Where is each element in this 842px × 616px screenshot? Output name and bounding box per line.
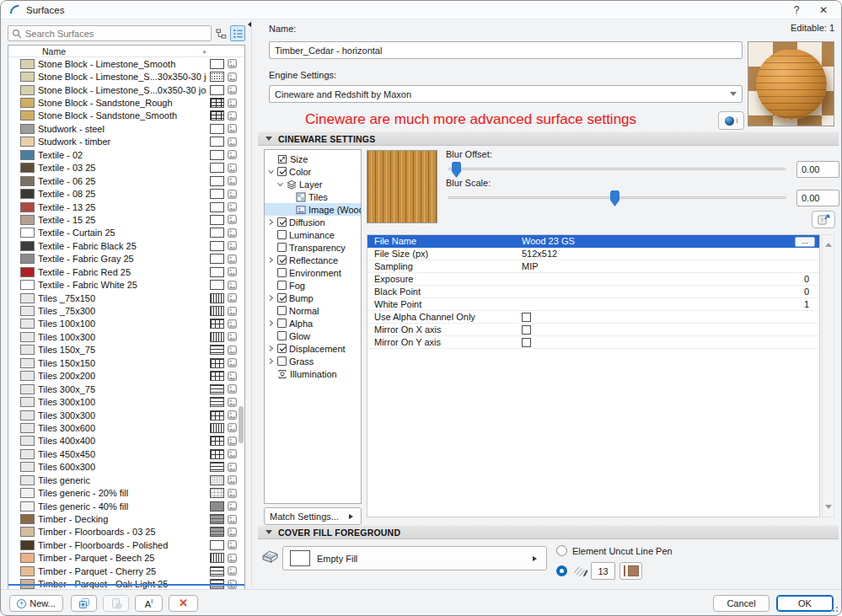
fill-type-select[interactable]: Empty Fill [282, 546, 547, 570]
tree-item-tiles[interactable]: Tiles [265, 190, 361, 203]
property-row-white-point[interactable]: White Point1 [367, 298, 819, 311]
surface-name-input[interactable] [269, 41, 743, 59]
surface-row-tiles-600x300[interactable]: Tiles 600x300 [8, 461, 244, 474]
surface-row-timber-parquet-beech-25[interactable]: Timber - Parquet - Beech 25 [8, 552, 244, 565]
surface-row-stone-block-sandstone-rough[interactable]: Stone Block - Sandstone_Rough [8, 96, 244, 109]
list-view-toggle[interactable] [230, 25, 245, 41]
surface-row-tiles-generic-40-fill[interactable]: Tiles generic - 40% fill [8, 500, 244, 512]
surface-row-tiles-75x300[interactable]: Tiles _75x300 [8, 304, 244, 317]
load-image-button[interactable] [812, 211, 835, 228]
pen-number-input[interactable] [591, 562, 615, 580]
tree-item-grass[interactable]: Grass [265, 355, 361, 367]
browse-button[interactable]: ... [795, 237, 815, 247]
tree-item-size[interactable]: Size [265, 153, 361, 165]
surface-row-tiles-300x300[interactable]: Tiles 300x300 [8, 409, 244, 421]
property-checkbox[interactable] [522, 325, 531, 335]
tree-expand-icon[interactable] [266, 294, 275, 302]
surface-row-timber-parquet-cherry-25[interactable]: Timber - Parquet - Cherry 25 [8, 565, 244, 577]
surface-row-tiles-100x100[interactable]: Tiles 100x100 [8, 318, 244, 330]
surface-row-textile-03-25[interactable]: Textile - 03 25 [8, 162, 244, 174]
surface-row-studwork-steel[interactable]: Studwork - steel [8, 122, 244, 135]
channel-checkbox[interactable] [277, 243, 287, 252]
surface-row-tiles-100x300[interactable]: Tiles 100x300 [8, 330, 244, 343]
property-row-mirror-on-y-axis[interactable]: Mirror On Y axis [367, 336, 819, 349]
duplicate-button[interactable] [71, 595, 97, 612]
engine-settings-select[interactable]: Cineware and Redshift by Maxon [269, 85, 743, 103]
cancel-button[interactable]: Cancel [713, 595, 770, 612]
scroll-up-icon[interactable] [825, 239, 832, 247]
channel-checkbox[interactable] [277, 331, 287, 340]
tree-expand-icon[interactable] [266, 218, 275, 226]
close-button[interactable]: ✕ [811, 2, 836, 19]
match-settings-button[interactable]: Match Settings... [264, 507, 362, 525]
surface-row-timber-floorboards-03-25[interactable]: Timber - Floorboards - 03 25 [8, 526, 244, 538]
search-input[interactable] [25, 26, 209, 40]
channel-checkbox[interactable] [277, 344, 287, 353]
tree-expand-icon[interactable] [276, 180, 284, 188]
property-row-file-name[interactable]: File NameWood 23 GS... [367, 235, 819, 248]
surface-row-stone-block-limestone-s-30x350-30-joint-half-bond[interactable]: Stone Block - Limestone_S...30x350-30 jo… [8, 70, 244, 83]
property-row-use-alpha-channel-only[interactable]: Use Alpha Channel Only [367, 311, 819, 324]
tree-item-fog[interactable]: Fog [265, 279, 361, 292]
rename-button[interactable]: AI [135, 595, 163, 612]
property-row-exposure[interactable]: Exposure0 [367, 273, 819, 286]
tree-item-environment[interactable]: Environment [265, 266, 361, 279]
channel-checkbox[interactable] [277, 167, 287, 176]
element-uncut-pen-option[interactable]: Element Uncut Line Pen [556, 545, 673, 556]
list-header[interactable]: Name ▲ [8, 46, 244, 57]
surface-row-stone-block-limestone-s-0x350-30-joint-third-bond[interactable]: Stone Block - Limestone_S...0x350-30 joi… [8, 83, 244, 96]
surface-row-textile-06-25[interactable]: Textile - 06 25 [8, 174, 244, 187]
preview-info-button[interactable]: i [718, 111, 744, 130]
table-scrollbar[interactable] [822, 234, 834, 517]
blur-scale-value[interactable] [796, 190, 839, 206]
surface-row-stone-block-limestone-smooth[interactable]: Stone Block - Limestone_Smooth [8, 57, 244, 70]
surface-row-tiles-150x150[interactable]: Tiles 150x150 [8, 356, 244, 369]
surface-row-textile-fabric-white-25[interactable]: Textile - Fabric White 25 [8, 278, 244, 291]
help-button[interactable]: ? [784, 2, 809, 19]
tree-item-displacement[interactable]: Displacement [265, 342, 361, 355]
surface-row-tiles-300x600[interactable]: Tiles 300x600 [8, 421, 244, 434]
surface-row-tiles-300x-75[interactable]: Tiles 300x_75 [8, 383, 244, 395]
tree-item-bump[interactable]: Bump [265, 292, 361, 304]
tree-item-alpha[interactable]: Alpha [265, 317, 361, 329]
tree-expand-icon[interactable] [266, 357, 275, 365]
channel-checkbox[interactable] [277, 268, 287, 277]
property-row-mirror-on-x-axis[interactable]: Mirror On X axis [367, 324, 819, 336]
tree-view-toggle[interactable] [213, 25, 228, 41]
surface-row-tiles-generic[interactable]: Tiles generic [8, 474, 244, 486]
surface-row-textile-fabric-black-25[interactable]: Textile - Fabric Black 25 [8, 239, 244, 252]
property-checkbox[interactable] [522, 338, 531, 347]
surface-row-tiles-400x400[interactable]: Tiles 400x400 [8, 435, 244, 447]
tree-expand-icon[interactable] [266, 256, 275, 264]
tree-item-image-wood-23-gs[interactable]: Image (Wood 23 GS [265, 203, 361, 216]
scroll-down-icon[interactable] [825, 505, 832, 512]
surface-row-tiles-75x150[interactable]: Tiles _75x150 [8, 292, 244, 304]
channel-checkbox[interactable] [277, 255, 287, 265]
blur-scale-slider[interactable] [448, 196, 786, 199]
surface-row-tiles-150x-75[interactable]: Tiles 150x_75 [8, 344, 244, 356]
tree-item-reflectance[interactable]: Reflectance [265, 254, 361, 266]
radio-selected-icon[interactable] [556, 565, 567, 576]
delete-button[interactable]: ✕ [169, 595, 198, 612]
ok-button[interactable]: OK [776, 595, 834, 612]
surface-row-textile-02[interactable]: Textile - 02 [8, 148, 244, 161]
surface-row-studwork-timber[interactable]: Studwork - timber [8, 136, 244, 148]
blur-scale-slider-thumb[interactable] [610, 190, 619, 206]
surface-row-tiles-300x100[interactable]: Tiles 300x100 [8, 395, 244, 408]
tree-item-luminance[interactable]: Luminance [265, 228, 361, 241]
blur-offset-value[interactable] [796, 161, 839, 178]
tree-expand-icon[interactable] [266, 319, 275, 327]
tree-item-normal[interactable]: Normal [265, 304, 361, 317]
surface-row-tiles-200x200[interactable]: Tiles 200x200 [8, 370, 244, 383]
blur-offset-slider[interactable] [448, 168, 786, 170]
surface-row-tiles-generic-20-fill[interactable]: Tiles generic - 20% fill [8, 486, 244, 499]
surface-row-tiles-450x450[interactable]: Tiles 450x450 [8, 447, 244, 460]
property-row-file-size-px[interactable]: File Size (px)512x512 [367, 248, 819, 260]
property-row-black-point[interactable]: Black Point0 [367, 286, 819, 298]
name-column-header[interactable]: Name [42, 46, 66, 56]
tree-item-glow[interactable]: Glow [265, 329, 361, 342]
cineware-settings-header[interactable]: CINEWARE SETTINGS [258, 131, 839, 146]
radio-unselected-icon[interactable] [556, 545, 567, 556]
surface-row-timber-floorboards-polished[interactable]: Timber - Floorboards - Polished [8, 538, 244, 551]
channel-checkbox[interactable] [277, 356, 287, 366]
